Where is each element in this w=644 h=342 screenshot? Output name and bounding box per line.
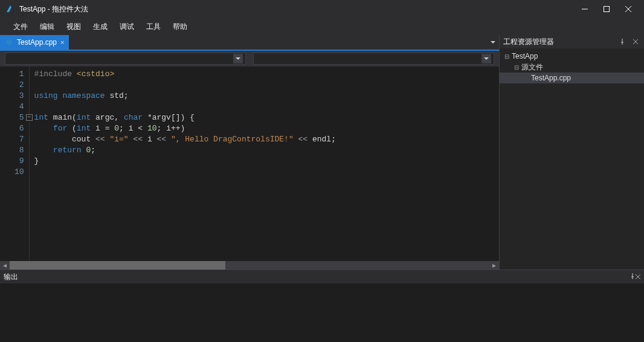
panel-header: 工程资源管理器	[500, 35, 644, 48]
code-line[interactable]: cout << "i=" << i << ", Hello DragContro…	[34, 134, 336, 145]
tab-overflow-button[interactable]	[487, 35, 499, 50]
app-logo-icon	[5, 4, 14, 14]
svg-rect-1	[604, 7, 610, 12]
tab-label: TestApp.cpp	[17, 38, 57, 47]
line-number: 9	[14, 156, 24, 167]
output-panel: 输出	[0, 269, 644, 342]
code-line[interactable]	[34, 80, 336, 91]
cpp-file-icon	[5, 38, 13, 47]
tree-item[interactable]: ⊟TestApp	[500, 51, 644, 62]
line-number: 2	[14, 80, 24, 91]
code-line[interactable]	[34, 102, 336, 112]
line-number: 6	[14, 123, 24, 134]
menu-tools[interactable]: 工具	[140, 19, 167, 34]
solution-explorer-panel: 工程资源管理器 ⊟TestApp⊟源文件TestApp.cpp	[499, 35, 644, 269]
code-line[interactable]: using namespace std;	[34, 91, 336, 102]
pin-icon[interactable]	[617, 37, 627, 47]
code-lines[interactable]: #include <cstdio>using namespace std;int…	[30, 66, 341, 261]
code-line[interactable]: int main(int argc, char *argv[]) {	[34, 112, 336, 123]
scroll-left-icon[interactable]: ◂	[0, 261, 10, 269]
pin-icon[interactable]	[630, 273, 636, 281]
editor-area: TestApp.cpp × − 12345678910 #include <cs	[0, 35, 499, 269]
menu-help[interactable]: 帮助	[167, 19, 193, 34]
title-bar: TestApp - 拖控件大法	[0, 0, 644, 18]
tree-item[interactable]: TestApp.cpp	[500, 73, 644, 83]
line-number: 3	[14, 91, 24, 102]
collapse-icon[interactable]: ⊟	[503, 53, 510, 60]
tree-item[interactable]: ⊟源文件	[500, 62, 644, 73]
fold-toggle-icon[interactable]: −	[26, 114, 33, 121]
tab-testapp-cpp[interactable]: TestApp.cpp ×	[0, 35, 69, 50]
scroll-thumb[interactable]	[10, 261, 225, 269]
tab-close-icon[interactable]: ×	[60, 39, 64, 46]
line-number-gutter: − 12345678910	[0, 66, 30, 261]
svg-point-4	[6, 39, 12, 45]
collapse-icon[interactable]: ⊟	[513, 64, 520, 71]
chevron-down-icon	[481, 54, 491, 63]
menu-file[interactable]: 文件	[7, 19, 34, 34]
line-number: 7	[14, 134, 24, 145]
menu-bar: 文件 编辑 视图 生成 调试 工具 帮助	[0, 18, 644, 35]
output-body[interactable]	[0, 283, 644, 342]
panel-title: 工程资源管理器	[503, 37, 554, 47]
code-line[interactable]: return 0;	[34, 145, 336, 156]
scope-dropdown[interactable]	[5, 53, 246, 65]
line-number: 5	[14, 112, 24, 123]
window-title: TestApp - 拖控件大法	[19, 4, 88, 15]
member-dropdown[interactable]	[253, 53, 494, 65]
code-line[interactable]: }	[34, 156, 336, 167]
tree-item-label: TestApp	[512, 52, 538, 60]
panel-close-icon[interactable]	[631, 37, 640, 47]
tree-item-label: 源文件	[521, 62, 543, 73]
tree-item-label: TestApp.cpp	[531, 74, 571, 82]
horizontal-scrollbar[interactable]: ◂ ▸	[0, 261, 499, 269]
menu-view[interactable]: 视图	[60, 19, 87, 34]
close-button[interactable]	[617, 0, 639, 18]
editor-tab-strip: TestApp.cpp ×	[0, 35, 499, 51]
code-editor[interactable]: − 12345678910 #include <cstdio>using nam…	[0, 66, 499, 261]
line-number: 1	[14, 69, 24, 80]
nav-bar	[0, 51, 499, 66]
project-tree[interactable]: ⊟TestApp⊟源文件TestApp.cpp	[500, 48, 644, 269]
chevron-down-icon	[233, 54, 243, 63]
code-line[interactable]	[34, 167, 336, 178]
code-line[interactable]: for (int i = 0; i < 10; i++)	[34, 123, 336, 134]
minimize-button[interactable]	[574, 0, 596, 18]
scroll-right-icon[interactable]: ▸	[489, 261, 499, 269]
code-line[interactable]: #include <cstdio>	[34, 69, 336, 80]
line-number: 10	[14, 167, 24, 178]
maximize-button[interactable]	[596, 0, 617, 18]
menu-edit[interactable]: 编辑	[34, 19, 60, 34]
panel-close-icon[interactable]	[636, 273, 640, 281]
output-tab-bar: 输出	[0, 270, 644, 283]
menu-debug[interactable]: 调试	[114, 19, 140, 34]
line-number: 8	[14, 145, 24, 156]
menu-build[interactable]: 生成	[87, 19, 114, 34]
output-title: 输出	[4, 272, 18, 282]
line-number: 4	[14, 102, 24, 112]
